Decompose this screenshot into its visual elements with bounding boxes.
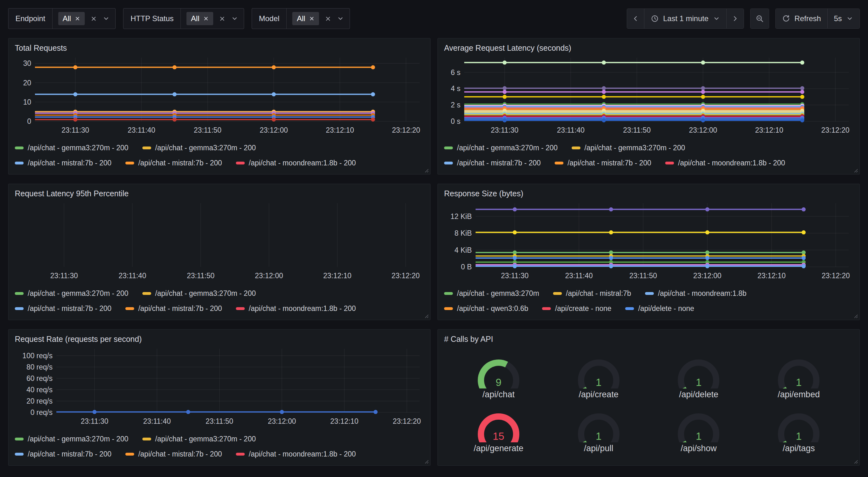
- panel-resize-handle[interactable]: [423, 458, 429, 464]
- panel-response-size: Response Size (bytes) 23:11:3023:11:4023…: [437, 184, 860, 320]
- data-point: [800, 90, 804, 94]
- legend-item[interactable]: /api/chat - mistral:7b - 200: [125, 450, 222, 458]
- legend-item[interactable]: /api/chat - gemma3:270m - 200: [444, 144, 558, 152]
- panel-title[interactable]: Average Request Latency (seconds): [444, 43, 853, 53]
- clear-icon[interactable]: [325, 16, 331, 22]
- gauge-value: 1: [772, 430, 826, 442]
- x-axis-label: 23:12:10: [330, 417, 359, 425]
- legend-row: /api/chat - gemma3:270m - 200/api/chat -…: [444, 144, 853, 152]
- time-shift-back-button[interactable]: [627, 9, 644, 28]
- y-axis-label: 0 B: [461, 263, 472, 271]
- refresh-controls: Refresh 5s: [775, 8, 860, 29]
- filter-model-chip[interactable]: All: [292, 12, 319, 25]
- legend-item[interactable]: /api/chat - gemma3:270m - 200: [15, 435, 128, 443]
- filter-endpoint-chip[interactable]: All: [58, 12, 85, 25]
- panel-title[interactable]: Request Rate (requests per second): [15, 334, 424, 345]
- close-icon[interactable]: [75, 16, 80, 22]
- data-point: [602, 60, 606, 65]
- legend-item[interactable]: /api/chat - mistral:7b - 200: [444, 159, 541, 167]
- time-shift-forward-button[interactable]: [726, 9, 744, 28]
- data-point: [705, 250, 709, 254]
- legend-item[interactable]: /api/chat - mistral:7b - 200: [15, 159, 112, 167]
- legend-item[interactable]: /api/chat - moondream:1.8b - 200: [236, 450, 356, 458]
- filter-http-status-chip[interactable]: All: [186, 12, 213, 25]
- y-axis-label: 0: [27, 117, 31, 125]
- legend-item[interactable]: /api/chat - gemma3:270m - 200: [142, 144, 256, 152]
- legend-item[interactable]: /api/chat - mistral:7b: [553, 289, 631, 298]
- panel-title[interactable]: Request Latency 95th Percentile: [15, 188, 424, 199]
- time-series-chart[interactable]: 23:11:3023:11:4023:11:5023:12:0023:12:10…: [15, 200, 424, 282]
- data-point: [374, 410, 378, 414]
- clock-icon: [651, 14, 659, 23]
- time-range-picker[interactable]: Last 1 minute: [644, 9, 726, 28]
- legend-swatch: [15, 147, 24, 149]
- filter-http-status-value[interactable]: All: [181, 8, 244, 29]
- legend-item[interactable]: /api/chat - gemma3:270m: [444, 289, 539, 298]
- close-icon[interactable]: [309, 16, 315, 22]
- legend-swatch: [15, 307, 24, 310]
- panel-title[interactable]: Response Size (bytes): [444, 188, 853, 199]
- legend-item-label: /api/chat - moondream:1.8b - 200: [678, 159, 785, 167]
- legend-item[interactable]: /api/chat - moondream:1.8b: [645, 289, 746, 298]
- x-axis-label: 23:11:40: [118, 272, 146, 280]
- legend-item[interactable]: /api/chat - mistral:7b - 200: [555, 159, 651, 167]
- chevron-down-icon[interactable]: [103, 15, 110, 22]
- panel-resize-handle[interactable]: [852, 167, 858, 173]
- legend-item[interactable]: /api/chat - moondream:1.8b - 200: [236, 304, 356, 313]
- legend-item[interactable]: /api/chat - qwen3:0.6b: [444, 304, 528, 313]
- legend-item[interactable]: /api/chat - moondream:1.8b - 200: [665, 159, 785, 167]
- time-series-chart[interactable]: 23:11:3023:11:4023:11:5023:12:0023:12:10…: [15, 346, 424, 428]
- filter-model[interactable]: Model All: [252, 8, 350, 29]
- panel-resize-handle[interactable]: [852, 313, 858, 319]
- legend-item[interactable]: /api/chat - gemma3:270m - 200: [571, 144, 685, 152]
- time-series-chart[interactable]: 23:11:3023:11:4023:11:5023:12:0023:12:10…: [444, 55, 853, 137]
- filter-endpoint-value[interactable]: All: [53, 8, 116, 29]
- gauge-arc: 1: [672, 407, 725, 442]
- filter-http-status[interactable]: HTTP Status All: [123, 8, 244, 29]
- y-axis-label: 0 req/s: [31, 408, 53, 417]
- close-icon[interactable]: [203, 16, 209, 22]
- panel-title[interactable]: Total Requests: [15, 43, 424, 53]
- panel-resize-handle[interactable]: [423, 167, 429, 173]
- gauge-label: /api/embed: [778, 390, 820, 399]
- x-axis-label: 23:12:00: [255, 272, 283, 280]
- x-axis-label: 23:11:50: [629, 272, 657, 280]
- legend-item[interactable]: /api/chat - mistral:7b - 200: [125, 304, 222, 313]
- clear-icon[interactable]: [90, 16, 97, 22]
- data-point: [186, 410, 190, 414]
- panel-title[interactable]: # Calls by API: [444, 334, 853, 345]
- data-point: [701, 86, 705, 90]
- legend-item[interactable]: /api/chat - mistral:7b - 200: [125, 159, 222, 167]
- legend-item[interactable]: /api/chat - moondream:1.8b - 200: [236, 159, 356, 167]
- clear-icon[interactable]: [219, 16, 225, 22]
- legend-row: /api/chat - mistral:7b - 200/api/chat - …: [15, 304, 424, 313]
- legend-item[interactable]: /api/chat - mistral:7b - 200: [15, 304, 112, 313]
- data-point: [609, 230, 613, 234]
- zoom-out-button[interactable]: [750, 9, 769, 28]
- filter-endpoint[interactable]: Endpoint All: [8, 8, 116, 29]
- x-axis-label: 23:11:50: [187, 272, 215, 280]
- panel-resize-handle[interactable]: [423, 313, 429, 319]
- legend-item[interactable]: /api/create - none: [542, 304, 611, 313]
- panel-resize-handle[interactable]: [852, 458, 858, 464]
- legend-item[interactable]: /api/chat - gemma3:270m - 200: [15, 289, 128, 298]
- legend-item[interactable]: /api/delete - none: [625, 304, 694, 313]
- legend-item-label: /api/chat - mistral:7b - 200: [138, 304, 222, 313]
- chevron-down-icon[interactable]: [337, 15, 344, 22]
- legend-item[interactable]: /api/chat - mistral:7b - 200: [15, 450, 112, 458]
- refresh-interval-picker[interactable]: 5s: [827, 9, 860, 28]
- time-series-chart[interactable]: 23:11:3023:11:4023:11:5023:12:0023:12:10…: [444, 200, 853, 282]
- panel-calls-by-api: # Calls by API 9/api/chat1/api/create1/a…: [437, 329, 860, 466]
- filter-model-value[interactable]: All: [287, 8, 350, 29]
- legend-item-label: /api/chat - gemma3:270m - 200: [28, 435, 128, 443]
- legend-item[interactable]: /api/chat - gemma3:270m - 200: [142, 289, 256, 298]
- x-axis-label: 23:12:20: [821, 126, 849, 134]
- legend-item[interactable]: /api/chat - gemma3:270m - 200: [142, 435, 256, 443]
- legend-swatch: [665, 161, 674, 165]
- time-series-chart[interactable]: 23:11:3023:11:4023:11:5023:12:0023:12:10…: [15, 55, 424, 137]
- chevron-down-icon[interactable]: [231, 15, 238, 22]
- legend-item-label: /api/delete - none: [638, 304, 694, 313]
- refresh-button[interactable]: Refresh: [776, 9, 827, 28]
- legend-row: /api/chat - gemma3:270m - 200/api/chat -…: [15, 289, 424, 298]
- legend-item[interactable]: /api/chat - gemma3:270m - 200: [15, 144, 128, 152]
